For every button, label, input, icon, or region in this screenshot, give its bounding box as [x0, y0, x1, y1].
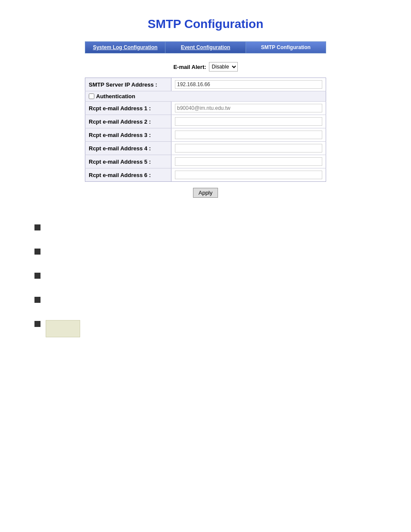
- rcpt-input-3[interactable]: [175, 131, 322, 139]
- authentication-row: Authentication: [85, 91, 326, 102]
- tab-navigation: System Log Configuration Event Configura…: [85, 41, 326, 53]
- rcpt-label-4: Rcpt e-mail Address 4 :: [85, 142, 171, 155]
- email-alert-row: E-mail Alert: Disable Enable: [85, 62, 326, 72]
- rcpt-label-6: Rcpt e-mail Address 6 :: [85, 168, 171, 182]
- auth-text: Authentication: [96, 93, 135, 100]
- bullet-item-3: [34, 272, 385, 279]
- rcpt-input-4[interactable]: [175, 144, 322, 152]
- bullet-section: [26, 224, 385, 337]
- auth-label[interactable]: Authentication: [89, 93, 322, 100]
- tab-system-log[interactable]: System Log Configuration: [85, 42, 165, 53]
- page-title: SMTP Configuration: [26, 17, 385, 31]
- rcpt-input-6[interactable]: [175, 171, 322, 179]
- email-alert-label: E-mail Alert:: [173, 64, 206, 70]
- rcpt-label-2: Rcpt e-mail Address 2 :: [85, 115, 171, 128]
- rcpt-input-1[interactable]: [175, 104, 322, 112]
- tab-smtp-config[interactable]: SMTP Configuration: [246, 42, 326, 53]
- table-row: Rcpt e-mail Address 5 :: [85, 155, 326, 168]
- smtp-server-input-cell: [171, 78, 326, 91]
- auth-checkbox[interactable]: [89, 93, 94, 99]
- table-row: Rcpt e-mail Address 6 :: [85, 168, 326, 182]
- beige-thumbnail: [46, 320, 80, 337]
- bullet-item-5: [34, 320, 385, 337]
- table-row: Rcpt e-mail Address 3 :: [85, 128, 326, 142]
- bullet-icon-4: [34, 297, 40, 303]
- bullet-icon-2: [34, 249, 40, 255]
- rcpt-input-cell-2: [171, 115, 326, 128]
- email-alert-select[interactable]: Disable Enable: [209, 62, 238, 72]
- smtp-server-row: SMTP Server IP Address :: [85, 78, 326, 91]
- auth-cell: Authentication: [85, 91, 326, 102]
- smtp-server-input[interactable]: [175, 80, 322, 89]
- rcpt-input-cell-5: [171, 155, 326, 168]
- table-row: Rcpt e-mail Address 1 :: [85, 102, 326, 115]
- bullet-item-2: [34, 248, 385, 255]
- rcpt-label-5: Rcpt e-mail Address 5 :: [85, 155, 171, 168]
- tab-event-config[interactable]: Event Configuration: [165, 42, 246, 53]
- smtp-server-label: SMTP Server IP Address :: [85, 78, 171, 91]
- table-row: Rcpt e-mail Address 2 :: [85, 115, 326, 128]
- bullet-item-1: [34, 224, 385, 230]
- rcpt-input-cell-4: [171, 142, 326, 155]
- rcpt-input-2[interactable]: [175, 117, 322, 126]
- rcpt-input-cell-1: [171, 102, 326, 115]
- config-table: SMTP Server IP Address : Authentication …: [85, 78, 326, 182]
- rcpt-input-cell-3: [171, 128, 326, 142]
- bullet-icon-5: [34, 321, 40, 327]
- bullet-item-4: [34, 296, 385, 303]
- rcpt-input-cell-6: [171, 168, 326, 182]
- rcpt-label-1: Rcpt e-mail Address 1 :: [85, 102, 171, 115]
- bullet-icon-1: [34, 224, 40, 230]
- table-row: Rcpt e-mail Address 4 :: [85, 142, 326, 155]
- rcpt-input-5[interactable]: [175, 157, 322, 166]
- bullet-icon-3: [34, 273, 40, 279]
- rcpt-label-3: Rcpt e-mail Address 3 :: [85, 128, 171, 142]
- smtp-form: E-mail Alert: Disable Enable SMTP Server…: [85, 62, 326, 198]
- apply-row: Apply: [85, 188, 326, 198]
- apply-button[interactable]: Apply: [193, 188, 218, 198]
